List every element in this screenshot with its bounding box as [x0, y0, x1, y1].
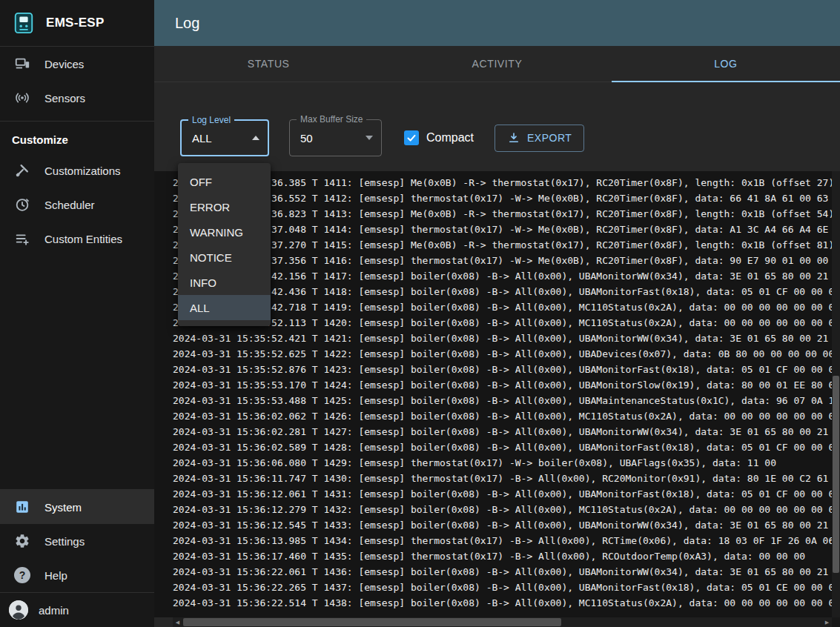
sidebar-item-devices[interactable]: Devices	[0, 47, 154, 81]
log-line: 2024-03-31 15:36:06.080 T 1429: [emsesp]…	[173, 455, 831, 471]
vertical-scrollbar-thumb[interactable]	[833, 376, 839, 573]
tab-log[interactable]: LOG	[612, 46, 840, 82]
compact-checkbox-control[interactable]: Compact	[404, 130, 474, 145]
compact-checkbox[interactable]	[404, 130, 419, 145]
export-button-label: EXPORT	[527, 132, 572, 144]
sidebar-item-scheduler[interactable]: Scheduler	[0, 188, 154, 222]
log-line: 2024-03-31 15:35:36.552 T 1412: [emsesp]…	[173, 190, 831, 206]
sidebar-item-label: Sensors	[44, 92, 85, 104]
sidebar-item-sensors[interactable]: Sensors	[0, 81, 154, 115]
check-icon	[406, 133, 417, 143]
sidebar-item-settings[interactable]: Settings	[0, 524, 154, 558]
log-line: 2024-03-31 15:35:53.488 T 1425: [emsesp]…	[173, 393, 831, 408]
log-line: 2024-03-31 15:35:42.436 T 1418: [emsesp]…	[173, 284, 831, 299]
log-line: 2024-03-31 15:35:52.113 T 1420: [emsesp]…	[173, 315, 831, 331]
log-line: 2024-03-31 15:36:12.279 T 1432: [emsesp]…	[173, 502, 831, 517]
log-line: 2024-03-31 15:35:36.385 T 1411: [emsesp]…	[173, 175, 831, 190]
horizontal-scrollbar-thumb[interactable]	[183, 618, 561, 626]
log-level-select[interactable]: Log Level ALL	[180, 119, 269, 156]
ems-esp-app: EMS-ESP Devices	[0, 0, 840, 627]
log-line: 2024-03-31 15:35:52.421 T 1421: [emsesp]…	[173, 331, 831, 346]
scroll-right-arrow-icon[interactable]: ▶	[822, 617, 832, 627]
scrollbar-corner	[832, 617, 840, 627]
devices-icon	[13, 55, 31, 73]
bar-chart-icon	[13, 498, 31, 516]
log-line: 2024-03-31 15:36:22.514 T 1438: [emsesp]…	[173, 595, 831, 611]
log-level-option-error[interactable]: ERROR	[178, 194, 271, 219]
log-level-option-all[interactable]: ALL	[178, 295, 271, 320]
sidebar-item-label: Help	[44, 569, 67, 582]
sidebar-header: EMS-ESP	[0, 0, 154, 46]
horizontal-scrollbar[interactable]: ◀ ▶	[173, 617, 840, 627]
user-label: admin	[39, 604, 69, 617]
log-line: 2024-03-31 15:36:22.265 T 1437: [emsesp]…	[173, 580, 831, 595]
main-content: Log STATUS ACTIVITY LOG Log Level ALL Ma…	[154, 0, 840, 627]
log-controls: Log Level ALL Max Buffer Size 50 Compact	[154, 82, 840, 171]
app-bar: Log	[154, 0, 840, 46]
sidebar-item-help[interactable]: ? Help	[0, 558, 154, 592]
tab-status[interactable]: STATUS	[154, 46, 383, 82]
scroll-left-arrow-icon[interactable]: ◀	[173, 617, 182, 627]
sidebar: EMS-ESP Devices	[0, 0, 154, 627]
max-buffer-size-label: Max Buffer Size	[297, 114, 366, 125]
sidebar-item-label: Settings	[44, 535, 85, 548]
log-line: 2024-03-31 15:35:37.356 T 1416: [emsesp]…	[173, 253, 831, 268]
user-menu[interactable]: admin	[0, 593, 154, 627]
sidebar-spacer	[0, 256, 154, 489]
tab-activity[interactable]: ACTIVITY	[383, 46, 611, 82]
tab-bar: STATUS ACTIVITY LOG	[154, 46, 840, 82]
gear-icon	[13, 532, 31, 550]
account-icon	[9, 600, 28, 620]
log-line: 2024-03-31 15:36:17.460 T 1435: [emsesp]…	[173, 548, 831, 564]
log-line: 2024-03-31 15:35:36.823 T 1413: [emsesp]…	[173, 206, 831, 222]
compact-label: Compact	[426, 131, 474, 145]
log-level-option-off[interactable]: OFF	[178, 169, 271, 194]
log-level-select-value: ALL	[192, 132, 212, 145]
max-buffer-size-value: 50	[300, 132, 313, 145]
log-line: 2024-03-31 15:35:42.718 T 1419: [emsesp]…	[173, 299, 831, 315]
log-line: 2024-03-31 15:36:11.747 T 1430: [emsesp]…	[173, 471, 831, 486]
log-line: 2024-03-31 15:36:12.545 T 1433: [emsesp]…	[173, 517, 831, 533]
sidebar-item-label: Devices	[44, 58, 84, 70]
page-title: Log	[175, 15, 199, 32]
log-line: 2024-03-31 15:36:02.281 T 1427: [emsesp]…	[173, 424, 831, 439]
log-line: 2024-03-31 15:36:22.061 T 1436: [emsesp]…	[173, 564, 831, 580]
sensors-icon	[13, 89, 31, 107]
log-line: 2024-03-31 15:36:02.062 T 1426: [emsesp]…	[173, 408, 831, 424]
sidebar-section-customize: Customize	[0, 122, 154, 153]
sidebar-item-label: Custom Entities	[44, 233, 122, 245]
app-title: EMS-ESP	[46, 16, 105, 30]
playlist-add-icon	[13, 230, 31, 248]
log-level-option-notice[interactable]: NOTICE	[178, 245, 271, 270]
log-line: 2024-03-31 15:35:42.156 T 1417: [emsesp]…	[173, 268, 831, 284]
export-button[interactable]: EXPORT	[495, 125, 584, 152]
log-level-menu: OFFERRORWARNINGNOTICEINFOALL	[178, 163, 271, 326]
sidebar-item-customizations[interactable]: Customizations	[0, 153, 154, 188]
chevron-up-icon	[252, 136, 259, 140]
log-line: 2024-03-31 15:36:12.061 T 1431: [emsesp]…	[173, 486, 831, 502]
chevron-down-icon	[366, 136, 373, 140]
log-line: 2024-03-31 15:35:37.270 T 1415: [emsesp]…	[173, 237, 831, 253]
sidebar-item-label: Scheduler	[44, 199, 95, 211]
clock-icon	[13, 196, 31, 213]
vertical-scrollbar[interactable]	[832, 171, 840, 617]
log-line: 2024-03-31 15:36:13.985 T 1434: [emsesp]…	[173, 533, 831, 548]
log-line: 2024-03-31 15:35:52.876 T 1423: [emsesp]…	[173, 362, 831, 377]
log-line: 2024-03-31 15:36:02.589 T 1428: [emsesp]…	[173, 439, 831, 455]
tools-icon	[13, 162, 31, 179]
log-line: 2024-03-31 15:35:53.170 T 1424: [emsesp]…	[173, 377, 831, 393]
log-level-option-warning[interactable]: WARNING	[178, 219, 271, 245]
sidebar-item-label: System	[44, 501, 82, 514]
log-line: 2024-03-31 15:35:37.048 T 1414: [emsesp]…	[173, 222, 831, 237]
max-buffer-size-select[interactable]: Max Buffer Size 50	[289, 119, 382, 156]
help-icon: ?	[13, 566, 31, 584]
sidebar-item-label: Customizations	[44, 165, 121, 177]
sidebar-item-system[interactable]: System	[0, 490, 154, 524]
log-line: 2024-03-31 15:35:52.625 T 1422: [emsesp]…	[173, 346, 831, 362]
log-level-option-info[interactable]: INFO	[178, 270, 271, 295]
sidebar-item-custom-entities[interactable]: Custom Entities	[0, 222, 154, 256]
log-level-select-label: Log Level	[188, 115, 234, 125]
ems-esp-logo-icon	[12, 11, 36, 35]
download-icon	[507, 131, 520, 145]
